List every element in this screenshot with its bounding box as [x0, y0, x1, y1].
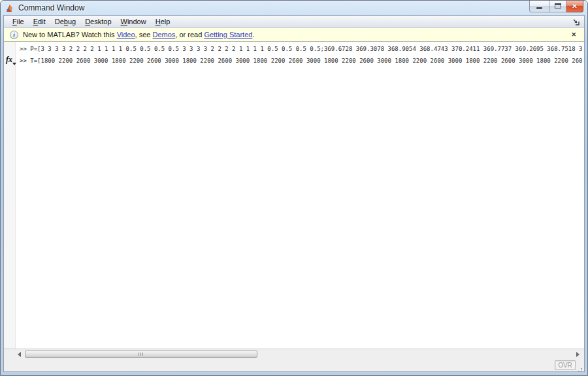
infobar-text-2: , see — [135, 31, 153, 39]
horizontal-scrollbar[interactable] — [4, 349, 584, 359]
maximize-icon — [555, 3, 561, 8]
ovr-indicator: OVR — [555, 360, 576, 370]
menu-desktop-rest: esktop — [90, 18, 111, 25]
minimize-icon — [536, 7, 542, 9]
menubar: File Edit Debug Desktop Window Help — [4, 16, 584, 28]
scrollbar-grip-icon — [139, 352, 139, 356]
menu-debug-pre: De — [55, 18, 64, 25]
menu-window[interactable]: Window — [116, 16, 151, 27]
scroll-left-icon[interactable] — [18, 352, 21, 357]
window-controls: ✕ — [529, 1, 583, 12]
close-icon: ✕ — [572, 3, 577, 10]
menu-debug[interactable]: Debug — [50, 16, 80, 27]
dock-arrow-icon — [572, 18, 580, 25]
command-line-p: >> P=[3 3 3 3 2 2 2 2 1 1 1 1 0.5 0.5 0.… — [20, 43, 584, 55]
menu-window-rest: indow — [127, 18, 146, 25]
menu-help[interactable]: Help — [151, 16, 175, 27]
scrollbar-thumb[interactable] — [25, 351, 257, 358]
fx-label: fx — [6, 55, 12, 64]
menu-help-rest: elp — [161, 18, 171, 25]
menu-desktop-mnemonic: D — [85, 18, 90, 25]
maximize-button[interactable] — [549, 1, 566, 12]
link-video[interactable]: Video — [117, 31, 135, 39]
matlab-command-window: Command Window ✕ File Edit Debug Desktop… — [0, 0, 588, 376]
close-button[interactable]: ✕ — [566, 1, 583, 12]
infobar-text-1: New to MATLAB? Watch this — [23, 31, 117, 39]
client-area: File Edit Debug Desktop Window Help i Ne… — [3, 15, 585, 372]
infobar: i New to MATLAB? Watch this Video , see … — [4, 28, 584, 42]
fx-dropdown-icon — [12, 63, 16, 67]
infobar-text-3: , or read — [175, 31, 204, 39]
menu-file[interactable]: File — [8, 16, 29, 27]
fx-button[interactable]: fx — [6, 55, 12, 65]
menu-desktop[interactable]: Desktop — [80, 16, 116, 27]
matlab-logo-icon — [6, 3, 15, 12]
menu-file-mnemonic: F — [12, 18, 17, 25]
menu-debug-rest: ug — [68, 18, 76, 25]
minimize-button[interactable] — [529, 1, 549, 12]
statusbar: OVR — [4, 359, 584, 371]
scroll-right-icon[interactable] — [576, 352, 580, 357]
infobar-close-icon[interactable]: ✕ — [569, 31, 578, 38]
console-text-area[interactable]: >> P=[3 3 3 3 2 2 2 2 1 1 1 1 0.5 0.5 0.… — [16, 42, 584, 349]
link-demos[interactable]: Demos — [153, 31, 176, 39]
menu-file-rest: ile — [17, 18, 24, 25]
window-title: Command Window — [18, 1, 84, 15]
menu-edit[interactable]: Edit — [29, 16, 50, 27]
menu-help-mnemonic: H — [155, 18, 161, 25]
titlebar[interactable]: Command Window ✕ — [1, 1, 587, 15]
command-console[interactable]: fx >> P=[3 3 3 3 2 2 2 2 1 1 1 1 0.5 0.5… — [4, 42, 584, 349]
menu-edit-rest: dit — [38, 18, 46, 25]
link-getting-started[interactable]: Getting Started — [204, 31, 252, 39]
command-line-t: >> T=[1800 2200 2600 3000 1800 2200 2600… — [20, 55, 584, 67]
resize-grip[interactable] — [581, 368, 582, 369]
menu-window-mnemonic: W — [121, 18, 127, 25]
console-gutter: fx — [4, 42, 16, 349]
menu-edit-mnemonic: E — [33, 18, 38, 25]
dock-button[interactable] — [571, 18, 580, 26]
infobar-text-4: . — [252, 31, 254, 39]
info-icon: i — [10, 31, 18, 39]
